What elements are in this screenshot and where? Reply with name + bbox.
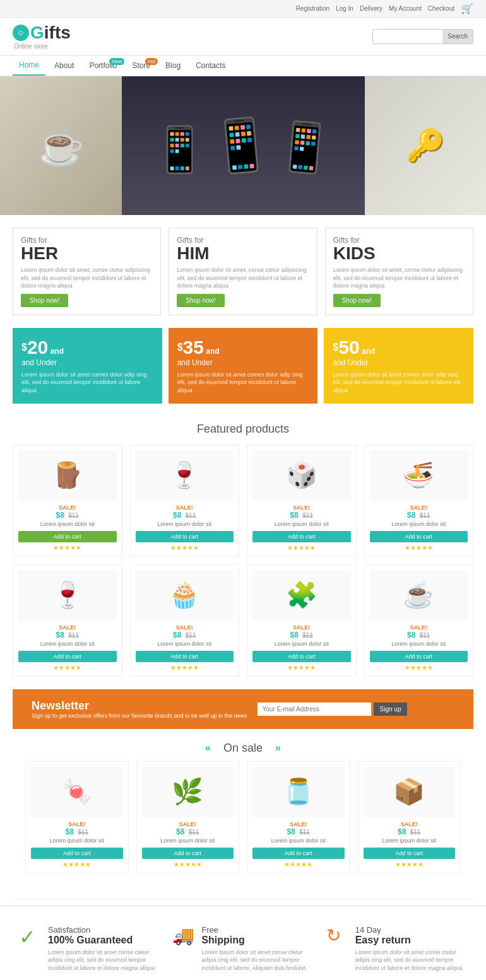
product-image: 🧩	[252, 570, 351, 621]
add-to-cart-button[interactable]: Add to cart	[252, 651, 351, 662]
add-to-cart-button[interactable]: Add to cart	[18, 651, 117, 662]
add-to-cart-button[interactable]: Add to cart	[252, 848, 345, 859]
product-name: Lorem ipsum dolor sit	[252, 641, 351, 647]
featured-title: Featured products	[0, 423, 486, 436]
product-card: 🍬 SALE! $8 $11 Lorem ipsum dolor sit Add…	[25, 761, 129, 873]
topbar-login[interactable]: Log In	[336, 5, 353, 12]
featured-products-grid: 🪵 SALE! $8 $11 Lorem ipsum dolor sit Add…	[0, 445, 486, 689]
topbar-registration[interactable]: Registration	[296, 5, 329, 12]
sale-badge: SALE!	[364, 821, 456, 827]
sale-badge: SALE!	[252, 505, 351, 511]
product-image: 📦	[364, 767, 456, 817]
product-image: 🍷	[136, 450, 234, 501]
newsletter-desc: Sign up to get exclusive offers from our…	[32, 713, 247, 719]
product-card: 🍷 SALE! $8 $11 Lorem ipsum dolor sit Add…	[13, 564, 122, 677]
product-old-price: $11	[302, 632, 313, 639]
topbar-delivery[interactable]: Delivery	[360, 5, 382, 12]
product-card: 🧁 SALE! $8 $11 Lorem ipsum dolor sit Add…	[130, 564, 240, 677]
on-sale-next[interactable]: »	[275, 742, 281, 754]
nav-contacts[interactable]: Contacts	[189, 56, 232, 75]
nav-blog[interactable]: Blog	[159, 56, 187, 75]
product-card: 🍷 SALE! $8 $11 Lorem ipsum dolor sit Add…	[130, 445, 240, 557]
product-price-row: $8 $11	[142, 827, 234, 836]
add-to-cart-button[interactable]: Add to cart	[136, 651, 234, 662]
nav-about[interactable]: About	[48, 56, 80, 75]
product-price-row: $8 $11	[370, 631, 468, 639]
product-old-price: $11	[186, 632, 196, 639]
newsletter-section: Newsletter Sign up to get exclusive offe…	[13, 689, 473, 729]
product-card: 🍜 SALE! $8 $11 Lorem ipsum dolor sit Add…	[364, 445, 474, 557]
newsletter-email-input[interactable]	[258, 703, 371, 716]
product-price: $8	[290, 631, 299, 639]
trust-satisfaction-title: Satisfaction	[48, 925, 160, 935]
search-input[interactable]	[373, 33, 442, 40]
trust-return-subtitle: Easy return	[355, 935, 467, 946]
header: ☺ G ifts Online store Search	[0, 18, 486, 55]
add-to-cart-button[interactable]: Add to cart	[370, 651, 468, 662]
add-to-cart-button[interactable]: Add to cart	[136, 531, 234, 542]
divider	[13, 899, 473, 899]
product-image: 🌿	[142, 767, 234, 817]
price-band-50: $50 andand Under Lorem ipsum dolor sit a…	[324, 328, 473, 404]
topbar-myaccount[interactable]: My Account	[389, 5, 422, 12]
newsletter-title: Newsletter	[32, 699, 247, 713]
product-stars: ★★★★★	[252, 861, 345, 868]
logo-name: ifts	[44, 23, 71, 43]
on-sale-section: « On sale » 🍬 SALE! $8 $11 Lorem ipsum d…	[0, 742, 486, 899]
sale-badge: SALE!	[18, 505, 117, 511]
trust-satisfaction-subtitle: 100% Guaranteed	[48, 935, 160, 946]
add-to-cart-button[interactable]: Add to cart	[142, 848, 234, 859]
product-image: 🍜	[370, 450, 468, 501]
product-image: 🫙	[252, 767, 345, 817]
newsletter-signup-button[interactable]: Sign up	[374, 703, 408, 716]
add-to-cart-button[interactable]: Add to cart	[364, 848, 456, 859]
on-sale-prev[interactable]: «	[205, 742, 211, 754]
shop-him-button[interactable]: Shop now!	[177, 294, 224, 307]
product-price-row: $8 $11	[370, 511, 468, 520]
category-cards: Gifts for HER Lorem ipsum dolor sit amet…	[0, 215, 486, 328]
product-image: 🎲	[252, 450, 351, 501]
nav-home[interactable]: Home	[13, 55, 45, 76]
satisfaction-icon: ✓	[19, 925, 42, 949]
sale-badge: SALE!	[136, 624, 234, 631]
product-stars: ★★★★★	[252, 544, 351, 551]
shop-her-button[interactable]: Shop now!	[21, 294, 68, 307]
product-old-price: $11	[410, 829, 421, 836]
product-stars: ★★★★★	[136, 544, 234, 551]
logo-face: ☺	[13, 25, 29, 41]
add-to-cart-button[interactable]: Add to cart	[18, 531, 117, 542]
add-to-cart-button[interactable]: Add to cart	[31, 848, 123, 859]
nav-portfolio[interactable]: Portfolio New	[83, 56, 123, 75]
sale-badge: SALE!	[252, 624, 351, 631]
product-price-row: $8 $11	[252, 511, 351, 520]
price-band-35: $35 andand Under Lorem ipsum dolor sit a…	[169, 328, 318, 404]
product-stars: ★★★★★	[142, 861, 234, 868]
product-card: 🪵 SALE! $8 $11 Lorem ipsum dolor sit Add…	[13, 445, 122, 557]
product-name: Lorem ipsum dolor sit	[31, 837, 123, 844]
product-price-row: $8 $11	[18, 511, 117, 520]
sale-badge: SALE!	[31, 821, 123, 827]
product-stars: ★★★★★	[370, 544, 468, 551]
nav-store[interactable]: Store Hot	[126, 56, 157, 75]
shop-kids-button[interactable]: Shop now!	[333, 294, 381, 307]
main-nav: Home About Portfolio New Store Hot Blog …	[0, 55, 486, 76]
search-button[interactable]: Search	[442, 30, 473, 44]
logo-prefix: G	[30, 23, 44, 43]
product-price-row: $8 $11	[364, 827, 456, 836]
on-sale-title: On sale	[223, 742, 263, 755]
on-sale-products-grid: 🍬 SALE! $8 $11 Lorem ipsum dolor sit Add…	[13, 761, 473, 886]
product-name: Lorem ipsum dolor sit	[18, 521, 117, 527]
trust-badges: ✓ Satisfaction 100% Guaranteed Lorem ips…	[0, 906, 486, 980]
product-name: Lorem ipsum dolor sit	[364, 837, 456, 844]
product-price-row: $8 $11	[136, 511, 234, 520]
topbar-checkout[interactable]: Checkout	[428, 5, 454, 12]
cart-icon[interactable]: 🛒	[461, 3, 473, 15]
product-name: Lorem ipsum dolor sit	[252, 837, 345, 844]
add-to-cart-button[interactable]: Add to cart	[370, 531, 468, 542]
product-stars: ★★★★★	[136, 664, 234, 671]
product-price-row: $8 $11	[252, 631, 351, 639]
product-price: $8	[56, 631, 64, 639]
add-to-cart-button[interactable]: Add to cart	[252, 531, 351, 542]
trust-shipping-desc: Lorem ipsum dolor sit amet conse ctetur …	[201, 948, 313, 972]
product-image: 🍬	[31, 767, 123, 817]
